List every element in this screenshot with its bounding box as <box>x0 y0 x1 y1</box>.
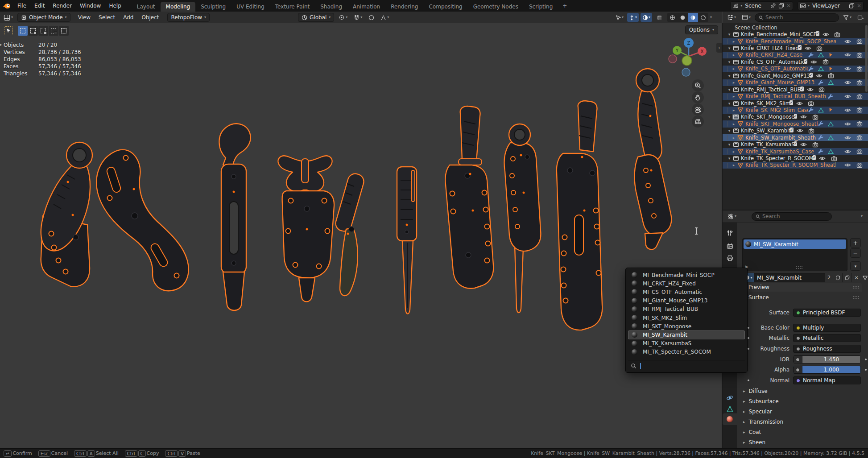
workspace-tab-texture-paint[interactable]: Texture Paint <box>270 2 315 12</box>
knife-object-bowie[interactable] <box>557 101 602 330</box>
camera-view-button[interactable] <box>692 103 704 116</box>
material-specials-button[interactable]: ▾ <box>850 261 861 271</box>
expand-icon[interactable]: ▾ <box>726 156 732 161</box>
material-link-dropdown[interactable]: ▾ <box>859 273 868 282</box>
checkbox-icon[interactable]: ✓ <box>813 155 816 160</box>
shading-material-preview-button[interactable] <box>688 13 698 22</box>
viewport-menu-object[interactable]: Object <box>137 12 163 23</box>
expand-icon[interactable]: ▾ <box>726 101 732 106</box>
expand-icon[interactable]: ▾ <box>726 60 732 64</box>
property-input-roughness[interactable]: Roughness <box>793 345 861 353</box>
proportional-editing-toggle[interactable] <box>367 13 376 22</box>
menu-help[interactable]: Help <box>105 0 125 12</box>
property-input-base-color[interactable]: Multiply <box>793 324 861 332</box>
select-mode-subtract-button[interactable] <box>38 26 48 36</box>
expand-icon[interactable]: ▾ <box>726 46 732 50</box>
outliner-display-mode-dropdown[interactable]: ▾ <box>725 13 738 22</box>
properties-search-input[interactable] <box>762 213 828 219</box>
knife-object-karambit-sheath[interactable] <box>96 150 188 291</box>
outliner-collection-knife-skt-mongoose[interactable]: ▾Knife_SKT_Mongoose✓ <box>723 114 868 120</box>
link-dot[interactable] <box>865 359 867 360</box>
scene-selector[interactable]: ▾ Scene ✕ <box>730 1 793 10</box>
select-mode-intersect-button[interactable] <box>59 26 69 36</box>
outliner-object-knife-sw-karambit-sheath[interactable]: │▸Knife_SW_Karambit_Sheath <box>723 134 868 141</box>
outliner-collection-knife-giant-mouse-gmp13[interactable]: ▾Knife_Giant_Mouse_GMP13✓ <box>723 72 868 79</box>
section-specular[interactable]: ▸Specular <box>743 407 864 416</box>
preview-section-header[interactable]: Preview <box>737 283 862 292</box>
outliner-object-knife-sk-mk2-slim-case[interactable]: │▸Knife_SK_MK2_Slim_Case <box>723 107 868 113</box>
menu-search-field[interactable] <box>628 360 745 370</box>
viewlayer-selector[interactable]: ▾ ViewLayer ✕ <box>798 1 864 10</box>
workspace-tab-animation[interactable]: Animation <box>347 2 385 12</box>
xray-toggle[interactable] <box>654 13 665 22</box>
select-mode-invert-button[interactable] <box>49 26 58 36</box>
outliner-object-knife-tk-specter-r-socom-sheath[interactable]: │▸Knife_TK_Specter_R_SOCOM_Sheath <box>723 162 868 169</box>
expand-icon[interactable]: ▸ <box>731 108 737 112</box>
material-slots-list[interactable]: MI_SW_Karambit ▶ <box>742 238 847 271</box>
viewport-menu-select[interactable]: Select <box>95 12 119 23</box>
outliner-collection-knife-tk-karsumbas[interactable]: ▾Knife_TK_KarsumbaS✓ <box>723 141 868 148</box>
tab-tool[interactable] <box>723 227 737 239</box>
add-material-slot-button[interactable]: + <box>850 238 861 248</box>
knife-object-hook[interactable] <box>219 124 250 310</box>
workspace-tab-geometry-nodes[interactable]: Geometry Nodes <box>468 2 524 12</box>
shading-rendered-button[interactable] <box>698 13 708 22</box>
outliner-collection-knife-crkt-hz4-fixed[interactable]: ▾Knife_CRKT_HZ4_Fixed✓ <box>723 45 868 51</box>
checkbox-icon[interactable]: ✓ <box>794 141 798 146</box>
tab-render[interactable] <box>723 240 737 252</box>
editor-type-button[interactable]: ▾ <box>2 13 15 22</box>
toggle-perspective-button[interactable] <box>692 116 704 128</box>
outliner-object-knife-skt-mongoose-sheath[interactable]: │▸Knife_SKT_Mongoose_Sheath <box>723 120 868 127</box>
sidebar-collapse-tab[interactable]: ‹ <box>716 43 722 53</box>
property-input-metallic[interactable]: Metallic <box>793 334 861 342</box>
shading-wireframe-button[interactable] <box>667 13 678 22</box>
tab-material[interactable] <box>723 413 737 425</box>
section-sheen[interactable]: ▸Sheen <box>743 438 864 447</box>
new-material-button[interactable] <box>842 273 851 282</box>
axis-negative-x[interactable] <box>669 55 677 63</box>
property-slider-ior[interactable]: 1.450 <box>793 355 861 363</box>
outliner-filter-button[interactable]: ▾ <box>841 13 853 22</box>
tab-physics[interactable] <box>723 392 737 404</box>
menu-item-mi-sk-mk2-slim[interactable]: MI_SK_MK2_Slim <box>628 314 745 322</box>
workspace-tab-compositing[interactable]: Compositing <box>423 2 467 12</box>
section-coat[interactable]: ▸Coat <box>743 428 864 437</box>
outliner-row-scene-collection[interactable]: Scene Collection <box>723 24 868 31</box>
select-mode-extend-button[interactable] <box>28 26 38 36</box>
expand-icon[interactable]: ▾ <box>726 128 732 133</box>
outliner-search[interactable] <box>755 13 839 22</box>
menu-item-mi-crkt-hz4-fixed[interactable]: MI_CRKT_HZ4_Fixed <box>628 279 745 288</box>
menu-item-mi-benchmade-mini-socp[interactable]: MI_Benchmade_Mini_SOCP <box>628 271 745 279</box>
properties-editor-type-button[interactable]: ▾ <box>725 212 738 221</box>
expand-icon[interactable]: ▸ <box>731 39 737 44</box>
checkbox-icon[interactable]: ✓ <box>790 128 794 132</box>
mode-dropdown[interactable]: Object Mode ▾ <box>17 13 70 22</box>
add-workspace-button[interactable]: + <box>558 0 571 12</box>
checkbox-icon[interactable]: ✓ <box>800 87 804 91</box>
expand-icon[interactable]: ▸ <box>731 80 737 85</box>
expand-icon[interactable]: ▾ <box>726 32 732 37</box>
checkbox-icon[interactable]: ✓ <box>794 114 798 119</box>
new-viewlayer-icon[interactable] <box>849 3 855 9</box>
expand-icon[interactable]: ▾ <box>726 74 732 78</box>
outliner-collection-knife-tk-specter-r-socom[interactable]: ▾Knife_TK_Specter_R_SOCOM✓ <box>723 155 868 161</box>
remove-material-slot-button[interactable]: − <box>850 248 861 258</box>
overlays-toggle[interactable]: ▾ <box>641 13 652 22</box>
property-input-surface[interactable]: Principled BSDF <box>793 309 861 317</box>
outliner-object-knife-rmj-tactical-bub-sheath[interactable]: │▸Knife_RMJ_Tactical_BUB_Sheath <box>723 93 868 99</box>
viewport-menu-add[interactable]: Add <box>119 12 137 23</box>
collapse-arrow-icon[interactable]: ▸ <box>0 42 2 47</box>
knife-object-fixed-blade[interactable] <box>445 106 493 289</box>
expand-icon[interactable]: ▸ <box>731 163 737 167</box>
menu-render[interactable]: Render <box>49 0 76 12</box>
pin-icon[interactable] <box>770 3 777 9</box>
fake-user-button[interactable] <box>833 273 842 282</box>
material-users-button[interactable]: 2 <box>825 273 833 282</box>
axis-negative-y[interactable] <box>682 56 692 66</box>
menu-edit[interactable]: Edit <box>30 0 49 12</box>
3d-viewport[interactable]: .k { fill:#232327; stroke:#ff7a21; strok… <box>0 23 722 448</box>
viewport-menu-view[interactable]: View <box>74 12 95 23</box>
gizmos-toggle[interactable]: ▾ <box>627 13 639 22</box>
outliner-collection-knife-sk-mk2-slim[interactable]: ▾Knife_SK_MK2_Slim✓ <box>723 100 868 107</box>
new-collection-button[interactable] <box>856 13 865 22</box>
